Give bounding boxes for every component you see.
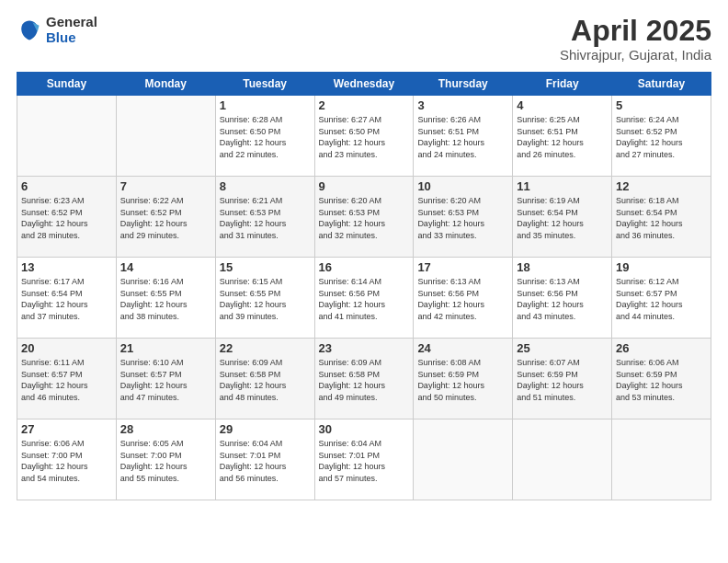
day-info: Sunrise: 6:20 AM Sunset: 6:53 PM Dayligh…: [319, 195, 410, 241]
header: General Blue April 2025 Shivrajpur, Guja…: [17, 15, 711, 63]
day-info: Sunrise: 6:04 AM Sunset: 7:01 PM Dayligh…: [220, 438, 311, 484]
calendar-week-5: 27Sunrise: 6:06 AM Sunset: 7:00 PM Dayli…: [17, 419, 711, 500]
logo: General Blue: [17, 15, 97, 45]
day-info: Sunrise: 6:25 AM Sunset: 6:51 PM Dayligh…: [517, 114, 608, 160]
day-number: 22: [220, 341, 311, 355]
day-number: 28: [120, 422, 211, 436]
calendar-cell: 10Sunrise: 6:20 AM Sunset: 6:53 PM Dayli…: [414, 177, 513, 258]
calendar-cell: 2Sunrise: 6:27 AM Sunset: 6:50 PM Daylig…: [314, 96, 414, 177]
day-info: Sunrise: 6:22 AM Sunset: 6:52 PM Dayligh…: [120, 195, 211, 241]
day-number: 5: [616, 98, 707, 112]
calendar-title: April 2025: [560, 15, 711, 47]
day-number: 12: [616, 179, 707, 193]
day-info: Sunrise: 6:21 AM Sunset: 6:53 PM Dayligh…: [220, 195, 311, 241]
calendar-cell: 20Sunrise: 6:11 AM Sunset: 6:57 PM Dayli…: [17, 339, 117, 419]
calendar-cell: 5Sunrise: 6:24 AM Sunset: 6:52 PM Daylig…: [612, 96, 711, 177]
day-info: Sunrise: 6:18 AM Sunset: 6:54 PM Dayligh…: [616, 195, 707, 241]
day-number: 13: [21, 260, 112, 274]
title-block: April 2025 Shivrajpur, Gujarat, India: [560, 15, 711, 63]
calendar-cell: [513, 419, 612, 500]
calendar-cell: 26Sunrise: 6:06 AM Sunset: 6:59 PM Dayli…: [612, 339, 711, 419]
calendar-week-2: 6Sunrise: 6:23 AM Sunset: 6:52 PM Daylig…: [17, 177, 711, 258]
calendar-cell: 6Sunrise: 6:23 AM Sunset: 6:52 PM Daylig…: [17, 177, 117, 258]
calendar-cell: 12Sunrise: 6:18 AM Sunset: 6:54 PM Dayli…: [612, 177, 711, 258]
calendar-cell: 8Sunrise: 6:21 AM Sunset: 6:53 PM Daylig…: [215, 177, 314, 258]
day-info: Sunrise: 6:13 AM Sunset: 6:56 PM Dayligh…: [517, 276, 608, 322]
logo-icon: [17, 17, 42, 43]
day-info: Sunrise: 6:23 AM Sunset: 6:52 PM Dayligh…: [21, 195, 112, 241]
day-number: 15: [220, 260, 311, 274]
day-info: Sunrise: 6:09 AM Sunset: 6:58 PM Dayligh…: [319, 357, 410, 403]
calendar-cell: 1Sunrise: 6:28 AM Sunset: 6:50 PM Daylig…: [215, 96, 314, 177]
calendar-cell: 21Sunrise: 6:10 AM Sunset: 6:57 PM Dayli…: [116, 339, 215, 419]
logo-general: General: [46, 15, 97, 30]
day-info: Sunrise: 6:26 AM Sunset: 6:51 PM Dayligh…: [417, 114, 508, 160]
day-info: Sunrise: 6:12 AM Sunset: 6:57 PM Dayligh…: [616, 276, 707, 322]
day-number: 18: [517, 260, 608, 274]
calendar-cell: 9Sunrise: 6:20 AM Sunset: 6:53 PM Daylig…: [314, 177, 414, 258]
day-info: Sunrise: 6:27 AM Sunset: 6:50 PM Dayligh…: [319, 114, 410, 160]
col-sunday: Sunday: [17, 73, 117, 96]
day-number: 30: [319, 422, 410, 436]
calendar-cell: 25Sunrise: 6:07 AM Sunset: 6:59 PM Dayli…: [513, 339, 612, 419]
day-number: 23: [319, 341, 410, 355]
calendar-cell: 7Sunrise: 6:22 AM Sunset: 6:52 PM Daylig…: [116, 177, 215, 258]
calendar-subtitle: Shivrajpur, Gujarat, India: [560, 47, 711, 63]
calendar-cell: [414, 419, 513, 500]
calendar-cell: 19Sunrise: 6:12 AM Sunset: 6:57 PM Dayli…: [612, 258, 711, 339]
day-number: 9: [319, 179, 410, 193]
day-number: 2: [319, 98, 410, 112]
calendar-cell: 29Sunrise: 6:04 AM Sunset: 7:01 PM Dayli…: [215, 419, 314, 500]
day-number: 1: [220, 98, 311, 112]
calendar-cell: 14Sunrise: 6:16 AM Sunset: 6:55 PM Dayli…: [116, 258, 215, 339]
calendar-cell: 30Sunrise: 6:04 AM Sunset: 7:01 PM Dayli…: [314, 419, 414, 500]
day-number: 17: [417, 260, 508, 274]
day-number: 10: [417, 179, 508, 193]
day-number: 27: [21, 422, 112, 436]
day-number: 26: [616, 341, 707, 355]
day-number: 11: [517, 179, 608, 193]
col-tuesday: Tuesday: [215, 73, 314, 96]
header-row: Sunday Monday Tuesday Wednesday Thursday…: [17, 73, 711, 96]
col-wednesday: Wednesday: [314, 73, 414, 96]
day-info: Sunrise: 6:04 AM Sunset: 7:01 PM Dayligh…: [319, 438, 410, 484]
day-info: Sunrise: 6:07 AM Sunset: 6:59 PM Dayligh…: [517, 357, 608, 403]
day-number: 4: [517, 98, 608, 112]
col-monday: Monday: [116, 73, 215, 96]
day-number: 16: [319, 260, 410, 274]
calendar-cell: [612, 419, 711, 500]
day-number: 25: [517, 341, 608, 355]
col-saturday: Saturday: [612, 73, 711, 96]
day-info: Sunrise: 6:16 AM Sunset: 6:55 PM Dayligh…: [120, 276, 211, 322]
calendar-cell: 17Sunrise: 6:13 AM Sunset: 6:56 PM Dayli…: [414, 258, 513, 339]
calendar-cell: [116, 96, 215, 177]
col-thursday: Thursday: [414, 73, 513, 96]
calendar-table: Sunday Monday Tuesday Wednesday Thursday…: [17, 72, 711, 500]
calendar-cell: 24Sunrise: 6:08 AM Sunset: 6:59 PM Dayli…: [414, 339, 513, 419]
day-info: Sunrise: 6:14 AM Sunset: 6:56 PM Dayligh…: [319, 276, 410, 322]
day-number: 21: [120, 341, 211, 355]
logo-text: General Blue: [46, 15, 97, 45]
day-info: Sunrise: 6:13 AM Sunset: 6:56 PM Dayligh…: [417, 276, 508, 322]
day-number: 29: [220, 422, 311, 436]
day-info: Sunrise: 6:19 AM Sunset: 6:54 PM Dayligh…: [517, 195, 608, 241]
day-info: Sunrise: 6:24 AM Sunset: 6:52 PM Dayligh…: [616, 114, 707, 160]
day-info: Sunrise: 6:11 AM Sunset: 6:57 PM Dayligh…: [21, 357, 112, 403]
day-info: Sunrise: 6:28 AM Sunset: 6:50 PM Dayligh…: [220, 114, 311, 160]
calendar-cell: 27Sunrise: 6:06 AM Sunset: 7:00 PM Dayli…: [17, 419, 117, 500]
day-number: 24: [417, 341, 508, 355]
calendar-cell: 18Sunrise: 6:13 AM Sunset: 6:56 PM Dayli…: [513, 258, 612, 339]
day-number: 14: [120, 260, 211, 274]
day-info: Sunrise: 6:17 AM Sunset: 6:54 PM Dayligh…: [21, 276, 112, 322]
calendar-week-4: 20Sunrise: 6:11 AM Sunset: 6:57 PM Dayli…: [17, 339, 711, 419]
day-number: 19: [616, 260, 707, 274]
calendar-cell: 28Sunrise: 6:05 AM Sunset: 7:00 PM Dayli…: [116, 419, 215, 500]
day-info: Sunrise: 6:05 AM Sunset: 7:00 PM Dayligh…: [120, 438, 211, 484]
calendar-cell: [17, 96, 117, 177]
day-number: 20: [21, 341, 112, 355]
day-info: Sunrise: 6:06 AM Sunset: 6:59 PM Dayligh…: [616, 357, 707, 403]
calendar-cell: 22Sunrise: 6:09 AM Sunset: 6:58 PM Dayli…: [215, 339, 314, 419]
day-info: Sunrise: 6:15 AM Sunset: 6:55 PM Dayligh…: [220, 276, 311, 322]
calendar-cell: 23Sunrise: 6:09 AM Sunset: 6:58 PM Dayli…: [314, 339, 414, 419]
calendar-week-3: 13Sunrise: 6:17 AM Sunset: 6:54 PM Dayli…: [17, 258, 711, 339]
